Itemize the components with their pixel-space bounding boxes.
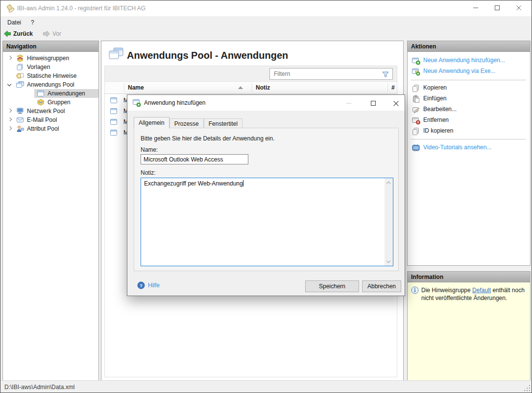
dialog-intro-text: Bitte geben Sie hier die Details der Anw… [141, 135, 275, 142]
nav-item-hinweisgruppen[interactable]: Hinweisgruppen [3, 54, 98, 63]
application-icon [110, 129, 118, 140]
actions-header: Aktionen [408, 41, 530, 52]
resize-grip[interactable] [524, 385, 530, 391]
chevron-right-icon[interactable] [8, 127, 11, 130]
dialog-titlebar: Anwendung hinzufügen [127, 95, 405, 111]
attribute-pool-icon [16, 125, 24, 135]
default-group-link[interactable]: Default [472, 287, 491, 294]
menu-datei[interactable]: Datei [4, 18, 24, 27]
action-copy-id[interactable]: ID kopieren [411, 125, 528, 136]
information-panel: Information Die Hinweisgruppe Default en… [407, 271, 531, 381]
data-file-path: D:\IBI-aws\Admin\Data.xml [4, 384, 74, 391]
note-label: Notiz: [141, 169, 156, 176]
actions-panel: Aktionen Neue Anwendung hinzufügen... Ne… [407, 41, 531, 266]
filter-input[interactable] [274, 69, 377, 79]
info-icon [411, 286, 419, 296]
nav-item-gruppen[interactable]: Gruppen [3, 98, 98, 107]
nav-item-anwendungs-pool[interactable]: Anwendungs Pool [3, 80, 98, 89]
column-header-count[interactable]: # [391, 82, 395, 94]
copy-id-icon [411, 127, 420, 139]
video-tutorials-icon [411, 143, 420, 156]
new-application-exe-icon [411, 67, 420, 79]
filter-box [269, 68, 393, 80]
action-copy[interactable]: Kopieren [411, 82, 528, 93]
dialog-minimize-button[interactable] [339, 96, 359, 110]
save-button[interactable]: Speichern [305, 280, 359, 292]
app-window: IBI-aws Admin 1.24.0 - registriert für I… [0, 0, 532, 393]
navigation-header: Navigation [3, 41, 98, 52]
note-field[interactable]: Exchangezugriff per Web-Anwendung [141, 178, 393, 266]
filter-row [105, 66, 397, 82]
back-arrow-icon [3, 30, 11, 38]
chevron-right-icon[interactable] [8, 109, 11, 113]
svg-text:?: ? [140, 283, 143, 288]
dialog-title: Anwendung hinzufügen [144, 99, 205, 106]
add-application-icon [132, 98, 141, 109]
action-new-application-exe[interactable]: Neue Anwendung via Exe... [411, 66, 528, 76]
maximize-button[interactable] [486, 0, 508, 15]
toolbar: Zurück Vor [0, 27, 532, 40]
name-field[interactable] [141, 154, 248, 164]
nav-item-attribut-pool[interactable]: Attribut Pool [3, 124, 98, 133]
action-paste[interactable]: Einfügen [411, 93, 528, 104]
chevron-right-icon[interactable] [8, 56, 11, 60]
add-application-dialog: Anwendung hinzufügen Allgemein Prozesse … [127, 94, 405, 296]
forward-arrow-icon [43, 30, 50, 38]
dialog-tabs: Allgemein Prozesse Fenstertitel [134, 117, 242, 128]
actions-separator [411, 139, 526, 139]
filter-funnel-icon[interactable] [382, 70, 389, 80]
help-icon: ? [137, 281, 145, 289]
app-icon [6, 4, 15, 14]
menu-help[interactable]: ? [28, 18, 37, 27]
scroll-up-icon[interactable] [387, 181, 390, 185]
help-link[interactable]: ? Hilfe [137, 281, 160, 289]
navigation-panel: Navigation Hinweisgruppen Vorlagen Stati… [2, 41, 99, 381]
nav-item-anwendungen[interactable]: Anwendungen [3, 89, 98, 98]
table-header: Name Notiz # [105, 82, 397, 94]
information-body: Die Hinweisgruppe Default enthält noch n… [408, 282, 530, 380]
minimize-button[interactable] [465, 0, 486, 15]
dialog-maximize-button[interactable] [363, 96, 383, 110]
statusbar: D:\IBI-aws\Admin\Data.xml [0, 380, 532, 393]
column-header-name[interactable]: Name [128, 82, 144, 94]
name-label: Name: [141, 146, 158, 153]
sort-ascending-icon [238, 86, 243, 89]
tab-fenstertitel[interactable]: Fenstertitel [204, 118, 242, 128]
forward-button[interactable]: Vor [43, 29, 61, 39]
action-edit[interactable]: Bearbeiten... [411, 104, 528, 115]
window-title: IBI-aws Admin 1.24.0 - registriert für I… [17, 5, 145, 12]
column-header-notiz[interactable]: Notiz [256, 82, 270, 94]
note-scrollbar[interactable] [385, 178, 393, 266]
information-message: Die Hinweisgruppe Default enthält noch n… [421, 286, 526, 302]
tab-allgemein[interactable]: Allgemein [134, 117, 169, 128]
dialog-close-button[interactable] [386, 96, 406, 110]
actions-separator [411, 80, 526, 80]
tab-prozesse[interactable]: Prozesse [169, 118, 204, 128]
menubar: Datei ? [0, 16, 532, 27]
nav-item-netzwerk-pool[interactable]: Netzwerk Pool [3, 107, 98, 116]
chevron-right-icon[interactable] [8, 118, 11, 121]
action-video-tutorials[interactable]: Video-Tutorials ansehen... [411, 142, 528, 153]
nav-item-email-pool[interactable]: E-Mail Pool [3, 116, 98, 124]
back-button[interactable]: Zurück [3, 29, 33, 39]
page-icon [108, 47, 124, 63]
close-button[interactable] [508, 0, 530, 15]
nav-item-vorlagen[interactable]: Vorlagen [3, 63, 98, 71]
nav-item-statische-hinweise[interactable]: Statische Hinweise [3, 71, 98, 80]
navigation-tree: Hinweisgruppen Vorlagen Statische Hinwei… [3, 52, 98, 133]
information-header: Information [408, 272, 530, 282]
chevron-down-icon[interactable] [8, 83, 11, 86]
cancel-button[interactable]: Abbrechen [362, 280, 401, 292]
titlebar: IBI-aws Admin 1.24.0 - registriert für I… [0, 0, 532, 16]
page-title: Anwendungs Pool - Anwendungen [127, 50, 288, 61]
panel-splitter[interactable] [407, 267, 531, 271]
action-new-application[interactable]: Neue Anwendung hinzufügen... [411, 55, 528, 66]
scroll-down-icon[interactable] [387, 259, 390, 263]
text-caret [243, 180, 243, 186]
action-remove[interactable]: Entfernen [411, 115, 528, 125]
